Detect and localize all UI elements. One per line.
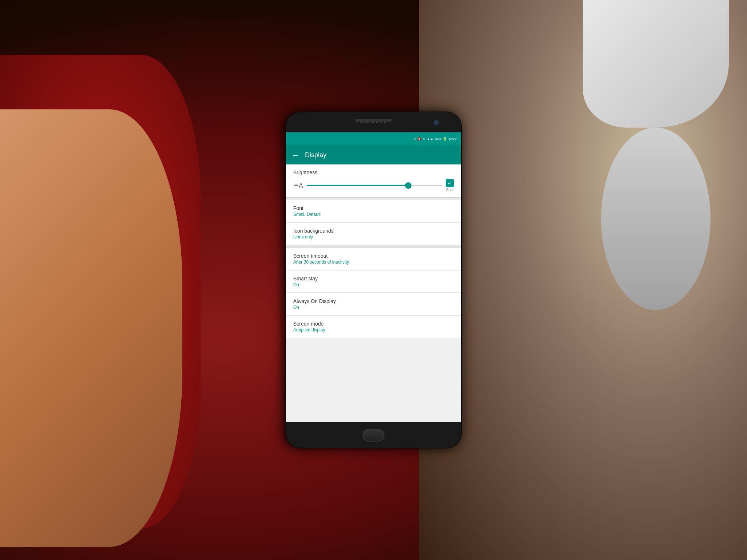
phone-camera (433, 120, 439, 125)
phone-bottom (286, 422, 461, 448)
divider-3 (286, 245, 461, 248)
brightness-slider[interactable] (307, 182, 442, 189)
battery-icon: 🔋 (443, 137, 447, 141)
slider-fill (307, 185, 408, 186)
hand (0, 109, 182, 547)
brightness-label: Brightness (293, 170, 454, 175)
screen-timeout-subtitle: After 30 seconds of inactivity. (293, 260, 454, 265)
screen-timeout-title: Screen timeout (293, 253, 454, 259)
signal-icon: ▲▲ (427, 137, 434, 141)
smart-stay-section[interactable]: Smart stay On (286, 271, 461, 293)
always-on-display-subtitle: On (293, 305, 454, 310)
slider-track (307, 185, 442, 186)
divider-1 (286, 197, 461, 200)
always-on-display-section[interactable]: Always On Display On (286, 293, 461, 315)
slider-thumb (405, 182, 411, 189)
font-title: Font (293, 205, 454, 211)
checkbox-checked: ✓ (446, 179, 454, 187)
home-button[interactable] (363, 429, 384, 442)
screen-mode-title: Screen mode (293, 321, 454, 327)
icon-backgrounds-title: Icon backgrounds (293, 228, 454, 234)
back-button[interactable]: ← (292, 151, 299, 159)
screen-mode-subtitle: Adaptive display (293, 327, 454, 332)
app-header: ← Display (286, 145, 461, 164)
time-display: 13:22 (448, 137, 457, 141)
battery-text: 64% (435, 137, 441, 141)
screen-mode-section[interactable]: Screen mode Adaptive display (286, 316, 461, 338)
phone-wrapper: SAMSUNG N 🔇 ⊕ ▲▲ 64% 🔋 13:22 ← Display (286, 112, 461, 448)
phone-top: SAMSUNG (286, 112, 461, 132)
screen-timeout-section[interactable]: Screen timeout After 30 seconds of inact… (286, 248, 461, 270)
nfc-icon: N (413, 137, 416, 141)
smart-stay-title: Smart stay (293, 276, 454, 281)
page-title: Display (305, 151, 326, 159)
status-bar: N 🔇 ⊕ ▲▲ 64% 🔋 13:22 (286, 132, 461, 145)
screen-content: Brightness ✳A ✓ Auto (286, 164, 461, 422)
brightness-icon: ✳A (293, 182, 303, 190)
font-section[interactable]: Font Small, Default (286, 200, 461, 222)
font-subtitle: Small, Default (293, 212, 454, 217)
mute-icon: 🔇 (417, 137, 421, 141)
smart-stay-subtitle: On (293, 282, 454, 287)
brightness-section: Brightness ✳A ✓ Auto (286, 164, 461, 197)
icon-backgrounds-section[interactable]: Icon backgrounds Icons only (286, 223, 461, 245)
phone: SAMSUNG N 🔇 ⊕ ▲▲ 64% 🔋 13:22 ← Display (286, 112, 461, 448)
white-object-top (583, 0, 729, 128)
white-object-bottom (601, 128, 711, 310)
brightness-row: ✳A ✓ Auto (293, 179, 454, 192)
wifi-icon: ⊕ (423, 137, 426, 141)
auto-checkbox[interactable]: ✓ Auto (446, 179, 454, 192)
phone-speaker (355, 119, 392, 122)
status-bar-content: N 🔇 ⊕ ▲▲ 64% 🔋 13:22 (413, 137, 457, 141)
icon-backgrounds-subtitle: Icons only (293, 234, 454, 240)
always-on-display-title: Always On Display (293, 298, 454, 304)
auto-label: Auto (446, 188, 454, 192)
